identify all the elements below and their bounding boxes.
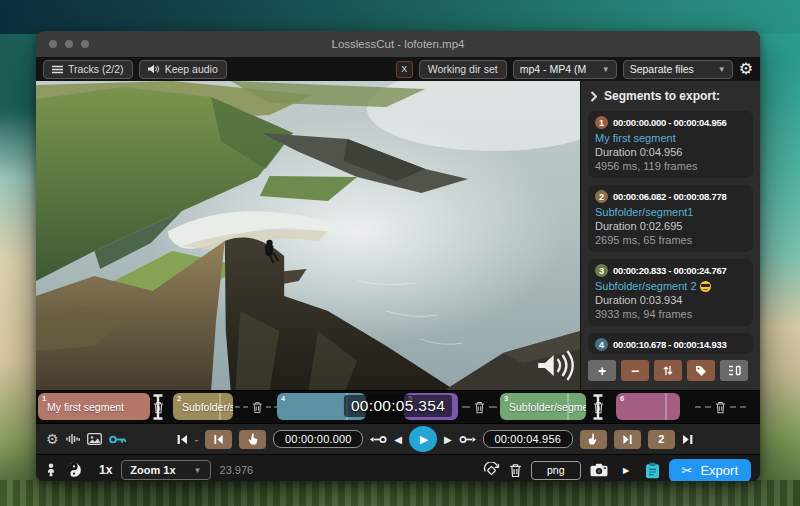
gap-delete-control[interactable]: [460, 393, 498, 421]
desktop-wallpaper-bottom: [0, 480, 800, 506]
export-button[interactable]: ✂ Export: [669, 459, 751, 482]
next-keyframe-icon[interactable]: [459, 434, 476, 445]
next-frame-icon[interactable]: ▶: [444, 434, 452, 445]
prev-keyframe-icon[interactable]: [370, 434, 387, 445]
cut-start-time-input[interactable]: 00:00:00.000: [273, 430, 363, 448]
gap-delete-control[interactable]: [235, 393, 279, 421]
yin-yang-icon[interactable]: [66, 462, 82, 478]
gap-delete-control[interactable]: [686, 393, 754, 421]
segments-header[interactable]: Segments to export:: [590, 89, 753, 103]
segment-card[interactable]: 300:00:20.833 - 00:00:24.767 Subfolder/s…: [588, 259, 753, 326]
trash-icon[interactable]: [252, 401, 263, 414]
tag-segment-button[interactable]: [687, 360, 715, 381]
hamburger-icon: [52, 65, 63, 74]
camera-icon[interactable]: [590, 463, 608, 477]
play-button[interactable]: ▶: [409, 426, 437, 452]
chevron-right-icon: [590, 91, 597, 102]
timeline[interactable]: 1 My first segment 2 Subfolder/segment1 …: [36, 390, 760, 423]
segment-edge-handle[interactable]: [590, 393, 606, 421]
timeline-segment-6[interactable]: 6: [616, 393, 680, 420]
simple-mode-baby-icon[interactable]: [45, 463, 57, 477]
chevron-down-icon: ▼: [596, 65, 610, 74]
working-dir-button[interactable]: Working dir set: [419, 60, 507, 79]
segment-actions: + −: [588, 360, 753, 381]
segment-name[interactable]: Subfolder/segment1: [595, 206, 746, 218]
output-format-select[interactable]: mp4 - MP4 (M ▼: [513, 60, 617, 79]
media-preview-icon[interactable]: ▶: [617, 462, 636, 479]
segment-edge-handle[interactable]: [150, 393, 166, 421]
divider-dash: -: [195, 433, 199, 445]
main-area: Segments to export: 100:00:00.000 - 00:0…: [36, 81, 760, 390]
trash-icon[interactable]: [509, 463, 522, 478]
close-file-button[interactable]: X: [396, 61, 413, 78]
waveform-icon[interactable]: [66, 433, 80, 445]
segment-meta: 4956 ms, 119 frames: [595, 160, 746, 172]
segment-card[interactable]: 400:00:10.678 - 00:00:14.933: [588, 333, 753, 354]
desktop-wallpaper-left: [0, 110, 38, 490]
clipboard-icon[interactable]: [645, 462, 660, 479]
keep-audio-button[interactable]: Keep audio: [139, 60, 227, 79]
traffic-lights: [49, 40, 89, 48]
window-title: LosslessCut - lofoten.mp4: [36, 38, 760, 50]
capture-format-button[interactable]: png: [531, 461, 581, 480]
file-mode-value: Separate files: [630, 63, 694, 75]
timeline-segment-2[interactable]: 2 Subfolder/segment1: [173, 393, 233, 420]
chevron-down-icon: ▼: [712, 65, 726, 74]
segment-duration: Duration 0:02.695: [595, 220, 746, 232]
scissors-icon: ✂: [682, 463, 693, 478]
segment-counter-button[interactable]: 2: [648, 430, 675, 449]
segment-name[interactable]: My first segment: [595, 132, 746, 144]
segment-range: 00:00:00.000 - 00:00:04.956: [613, 117, 726, 128]
timeline-segment-3[interactable]: 3 Subfolder/segment 2: [500, 393, 586, 420]
thumbnails-icon[interactable]: [87, 433, 102, 445]
chevron-down-icon: ▼: [194, 466, 202, 475]
prev-frame-icon[interactable]: ◀: [394, 434, 402, 445]
segment-duration: Duration 0:03.934: [595, 294, 746, 306]
set-cut-start-button[interactable]: [239, 430, 266, 449]
timeline-zoom-select[interactable]: Zoom 1x ▼: [121, 460, 210, 480]
top-toolbar: Tracks (2/2) Keep audio X Working dir se…: [36, 57, 760, 81]
add-segment-button[interactable]: +: [588, 360, 616, 381]
segment-range: 00:00:20.833 - 00:00:24.767: [613, 265, 726, 276]
keep-audio-label: Keep audio: [165, 63, 218, 75]
segments-sidebar: Segments to export: 100:00:00.000 - 00:0…: [580, 81, 760, 390]
segment-number-badge: 2: [595, 190, 608, 203]
speaker-icon: [148, 64, 160, 74]
segment-range: 00:00:10.678 - 00:00:14.933: [613, 339, 726, 350]
segments-options-button[interactable]: [720, 360, 748, 381]
segment-meta: 3933 ms, 94 frames: [595, 308, 746, 320]
cog-icon[interactable]: ⚙: [46, 432, 59, 446]
cut-end-time-input[interactable]: 00:00:04.956: [483, 430, 573, 448]
segment-number-badge: 1: [595, 116, 608, 129]
trash-icon[interactable]: [474, 401, 485, 414]
segment-card[interactable]: 200:00:06.082 - 00:00:08.778 Subfolder/s…: [588, 185, 753, 252]
keyframes-icon[interactable]: [109, 434, 126, 445]
segment-name[interactable]: Subfolder/segment 2: [595, 280, 746, 292]
close-window-button[interactable]: [49, 40, 57, 48]
fps-value: 23.976: [220, 464, 254, 476]
segment-card[interactable]: 100:00:00.000 - 00:00:04.956 My first se…: [588, 111, 753, 178]
segment-duration: Duration 0:04.956: [595, 146, 746, 158]
seek-segment-start-button[interactable]: [205, 430, 232, 449]
video-preview[interactable]: [36, 81, 580, 390]
tracks-button[interactable]: Tracks (2/2): [43, 60, 133, 79]
playback-controls: ⚙ - 00:00:00.000: [36, 423, 760, 454]
output-format-value: mp4 - MP4 (M: [520, 63, 587, 75]
segment-number-badge: 3: [595, 264, 608, 277]
jump-file-end-icon[interactable]: [682, 434, 693, 445]
maximize-window-button[interactable]: [81, 40, 89, 48]
segment-meta: 2695 ms, 65 frames: [595, 234, 746, 246]
trash-icon[interactable]: [715, 401, 726, 414]
video-frame-lofoten: [36, 81, 580, 390]
set-cut-end-button[interactable]: [580, 430, 607, 449]
file-mode-select[interactable]: Separate files ▼: [623, 60, 733, 79]
jump-file-start-icon[interactable]: [177, 434, 188, 445]
remove-segment-button[interactable]: −: [621, 360, 649, 381]
sort-segments-button[interactable]: [654, 360, 682, 381]
minimize-window-button[interactable]: [65, 40, 73, 48]
tracks-label: Tracks (2/2): [68, 63, 124, 75]
settings-gear-icon[interactable]: ⚙: [739, 61, 753, 77]
seek-segment-end-button[interactable]: [614, 430, 641, 449]
timeline-segment-1[interactable]: 1 My first segment: [38, 393, 150, 420]
rotation-icon[interactable]: [483, 462, 500, 478]
